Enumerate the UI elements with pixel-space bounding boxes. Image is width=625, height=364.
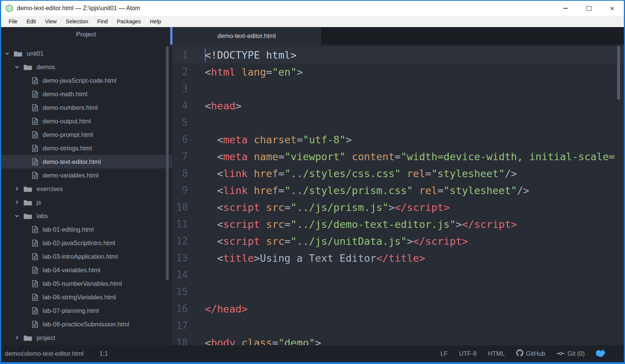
code-line-3[interactable]: 3 xyxy=(172,80,624,97)
tree-file-demo-strings-html[interactable]: demo-strings.html xyxy=(0,141,172,155)
tree-file-lab-08-practicesubmission-html[interactable]: lab-08-practiceSubmission.html xyxy=(0,317,172,331)
tree-file-lab-03-introapplication-html[interactable]: lab-03-introApplication.html xyxy=(0,250,172,263)
git-branch-icon xyxy=(556,350,565,357)
file-icon xyxy=(32,104,38,111)
code-line-9[interactable]: 9 <link href="../styles/prism.css" rel="… xyxy=(172,182,624,199)
menu-file[interactable]: File xyxy=(4,16,22,27)
editor-pane[interactable]: 1<!DOCTYPE html>2<html lang="en">34<head… xyxy=(172,45,624,345)
file-icon xyxy=(32,253,38,260)
line-number: 1 xyxy=(172,47,193,64)
line-number: 17 xyxy=(172,317,193,334)
code-line-1[interactable]: 1<!DOCTYPE html> xyxy=(172,47,624,64)
tree-file-demo-numbers-html[interactable]: demo-numbers.html xyxy=(0,101,172,114)
code-text: <!DOCTYPE html> xyxy=(193,47,297,64)
code-line-7[interactable]: 7 <meta name="viewport" content="width=d… xyxy=(172,148,624,165)
tree-file-lab-07-planning-html[interactable]: lab-07-planning.html xyxy=(0,304,172,317)
tree-file-lab-02-javascriptintro-html[interactable]: lab-02-javaScriptIntro.html xyxy=(0,236,172,250)
menu-find[interactable]: Find xyxy=(93,16,112,27)
tree-scrollbar[interactable] xyxy=(166,46,169,280)
chevron-down-icon[interactable] xyxy=(14,213,20,218)
tree-folder-unit01[interactable]: unit01 xyxy=(0,47,172,60)
tree-item-label: lab-07-planning.html xyxy=(43,307,99,314)
code-line-8[interactable]: 8 <link href="../styles/css.css" rel="st… xyxy=(172,165,624,182)
tree-file-demo-math-html[interactable]: demo-math.html xyxy=(0,87,172,101)
tree-file-lab-06-stringvariables-html[interactable]: lab-06-stringVariables.html xyxy=(0,290,172,304)
tree-folder-project[interactable]: project xyxy=(0,331,172,344)
tree-file-lab-04-variables-html[interactable]: lab-04-variables.html xyxy=(0,263,172,277)
status-line-ending[interactable]: LF xyxy=(441,350,448,357)
menu-edit[interactable]: Edit xyxy=(22,16,40,27)
tree-file-lab-05-numbervariables-html[interactable]: lab-05-numberVariables.html xyxy=(0,277,172,290)
code-line-16[interactable]: 16</head> xyxy=(172,300,624,317)
code-line-4[interactable]: 4<head> xyxy=(172,97,624,114)
file-icon xyxy=(32,158,38,165)
minimize-button[interactable] xyxy=(554,1,577,16)
tree-file-demo-variables-html[interactable]: demo-variables.html xyxy=(0,168,172,182)
editor-scrollbar[interactable] xyxy=(617,46,620,100)
menu-help[interactable]: Help xyxy=(145,16,166,27)
code-text: <head> xyxy=(193,97,242,114)
code-text: <html lang="en"> xyxy=(193,64,303,80)
menu-selection[interactable]: Selection xyxy=(61,16,93,27)
file-icon xyxy=(32,294,38,301)
git-status[interactable]: Git (0) xyxy=(556,350,585,357)
code-text: </head> xyxy=(193,300,248,317)
code-text: <script src="../js/demo-text-editor.js">… xyxy=(193,216,517,233)
code-line-17[interactable]: 17 xyxy=(172,317,624,334)
code-line-6[interactable]: 6 <meta charset="utf-8"> xyxy=(172,131,624,148)
chevron-down-icon[interactable] xyxy=(14,64,20,70)
status-encoding[interactable]: UTF-8 xyxy=(459,350,477,357)
github-icon xyxy=(516,349,523,358)
pane-accent-bar xyxy=(170,27,172,45)
code-line-10[interactable]: 10 <script src="../js/prism.js"></script… xyxy=(172,199,624,216)
tree-file-demo-prompt-html[interactable]: demo-prompt.html xyxy=(0,128,172,141)
tree-folder-demos[interactable]: demos xyxy=(0,60,172,74)
tree-file-lab-01-editing-html[interactable]: lab-01-editing.html xyxy=(0,223,172,236)
folder-icon xyxy=(23,186,32,192)
line-number: 16 xyxy=(172,300,193,317)
tree-item-label: lab-02-javaScriptIntro.html xyxy=(43,240,115,247)
chevron-right-icon[interactable] xyxy=(14,200,20,205)
chevron-right-icon[interactable] xyxy=(14,335,20,340)
code-line-14[interactable]: 14 xyxy=(172,267,624,284)
close-button[interactable]: ✕ xyxy=(601,1,624,16)
tree-item-label: lab-06-stringVariables.html xyxy=(43,294,116,301)
tree-file-demo-output-html[interactable]: demo-output.html xyxy=(0,114,172,128)
window-border-bottom xyxy=(0,362,625,364)
tree-folder-js[interactable]: js xyxy=(0,196,172,209)
tree-file-demo-text-editor-html[interactable]: demo-text-editor.html xyxy=(0,155,172,168)
maximize-button[interactable] xyxy=(577,1,601,16)
chevron-down-icon[interactable] xyxy=(5,51,10,56)
line-number: 7 xyxy=(172,148,193,165)
status-cursor-position[interactable]: 1:1 xyxy=(99,350,108,357)
squirrel-icon[interactable] xyxy=(596,349,606,359)
code-text: <meta name="viewport" content="width=dev… xyxy=(193,148,615,165)
file-icon xyxy=(32,226,38,233)
code-line-13[interactable]: 13 <title>Using a Text Editor</title> xyxy=(172,250,624,267)
line-number: 11 xyxy=(172,216,193,233)
code-line-18[interactable]: 18<body class="demo"> xyxy=(172,334,624,345)
tree-item-label: demo-output.html xyxy=(43,118,91,125)
file-icon xyxy=(32,307,38,314)
code-line-5[interactable]: 5 xyxy=(172,114,624,131)
status-grammar[interactable]: HTML xyxy=(488,350,505,357)
tab-demo-text-editor[interactable]: demo-text-editor.html xyxy=(172,27,321,45)
line-number: 9 xyxy=(172,182,193,199)
code-line-11[interactable]: 11 <script src="../js/demo-text-editor.j… xyxy=(172,216,624,233)
github-status[interactable]: GitHub xyxy=(516,349,545,358)
tree-folder-labs[interactable]: labs xyxy=(0,209,172,223)
folder-icon xyxy=(23,64,32,70)
tree-item-label: demo-prompt.html xyxy=(43,131,93,138)
tree-items: unit01demosdemo-javaScript-code.htmldemo… xyxy=(0,47,172,344)
tree-file-demo-javascript-code-html[interactable]: demo-javaScript-code.html xyxy=(0,74,172,87)
file-icon xyxy=(32,145,38,152)
code-line-15[interactable]: 15 xyxy=(172,284,624,300)
menu-view[interactable]: View xyxy=(40,16,61,27)
tree-folder-exercises[interactable]: exercises xyxy=(0,182,172,196)
line-number: 8 xyxy=(172,165,193,182)
code-line-12[interactable]: 12 <script src="../js/unitData.js"></scr… xyxy=(172,233,624,250)
chevron-right-icon[interactable] xyxy=(14,186,20,191)
menu-packages[interactable]: Packages xyxy=(112,16,145,27)
code-line-2[interactable]: 2<html lang="en"> xyxy=(172,64,624,80)
line-number: 4 xyxy=(172,97,193,114)
